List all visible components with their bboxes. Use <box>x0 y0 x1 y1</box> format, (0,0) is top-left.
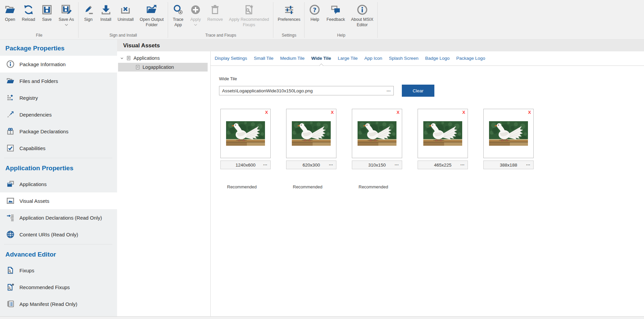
tab-wide-tile[interactable]: Wide Tile <box>308 51 334 65</box>
ribbon-button-save[interactable]: Save <box>38 1 56 22</box>
remove-asset-button[interactable]: X <box>528 110 531 115</box>
ribbon-button-label: Help <box>311 17 319 22</box>
asset-column: X 465x225… <box>418 109 468 189</box>
ribbon-button-uninstall[interactable]: Uninstall <box>115 1 137 22</box>
ribbon-group-sign-and-install: SignInstallUninstallOpen Output FolderSi… <box>78 0 168 39</box>
ribbon-button-save-as[interactable]: Save As <box>56 1 77 26</box>
asset-column: X 1240x600…Recommended <box>220 109 271 189</box>
sidebar-item-dependencies[interactable]: Dependencies <box>0 106 117 123</box>
ribbon-button-sign[interactable]: Sign <box>80 1 97 22</box>
visual-assets-panel: Display SettingsSmall TileMedium TileWid… <box>211 51 644 316</box>
ribbon-button-about-msix-editor[interactable]: About MSIX Editor <box>348 1 376 28</box>
remove-asset-button[interactable]: X <box>265 110 268 115</box>
recommended-label: Recommended <box>220 184 271 189</box>
sidebar-item-registry[interactable]: Registry <box>0 89 117 106</box>
ribbon-button-row: SignInstallUninstallOpen Output Folder <box>80 1 167 33</box>
more-options-icon[interactable]: … <box>263 161 268 166</box>
sidebar-item-fixups[interactable]: Fixups <box>0 262 117 279</box>
more-options-icon[interactable]: … <box>394 161 399 166</box>
ribbon-button-label: Apply <box>190 17 201 22</box>
sidebar-item-package-information[interactable]: Package Information <box>0 56 117 73</box>
tree-node-logapplication[interactable]: Logapplication <box>118 63 208 72</box>
tab-badge-logo[interactable]: Badge Logo <box>422 51 453 65</box>
sidebar-item-label: Package Information <box>19 61 66 67</box>
tab-package-logo[interactable]: Package Logo <box>453 51 488 65</box>
sidebar-item-content-uris-read-only[interactable]: Content URIs (Read Only) <box>0 226 117 243</box>
tab-small-tile[interactable]: Small Tile <box>251 51 277 65</box>
asset-column: X 388x188… <box>483 109 534 189</box>
more-options-icon[interactable]: … <box>329 161 333 166</box>
sidebar-item-recommended-fixups[interactable]: Recommended Fixups <box>0 279 117 295</box>
ribbon-group-label: Help <box>306 33 376 39</box>
tab-display-settings[interactable]: Display Settings <box>211 51 251 65</box>
ribbon-button-install[interactable]: Install <box>97 1 115 22</box>
more-options-icon[interactable]: … <box>460 161 465 166</box>
ribbon-group-settings: PreferencesSettings <box>273 0 305 39</box>
sidebar-item-applications[interactable]: Applications <box>0 176 117 192</box>
ribbon-button-label: Uninstall <box>118 17 134 22</box>
ribbon-button-open-output-folder[interactable]: Open Output Folder <box>137 1 167 28</box>
remove-asset-button[interactable]: X <box>331 110 334 115</box>
globe-icon <box>6 230 15 239</box>
sidebar-item-application-declarations-read-only[interactable]: Application Declarations (Read Only) <box>0 209 117 226</box>
asset-column: X 620x300…Recommended <box>286 109 336 189</box>
registry-icon <box>6 93 15 102</box>
ribbon-button-trace-app[interactable]: Trace App <box>169 1 187 28</box>
window-bottom-edge <box>0 316 644 319</box>
tab-splash-screen[interactable]: Splash Screen <box>386 51 422 65</box>
sidebar-section-header: Package Properties <box>0 40 117 56</box>
tab-medium-tile[interactable]: Medium Tile <box>277 51 308 65</box>
recommended-label: Recommended <box>286 184 336 189</box>
asset-size-input[interactable]: 310x150… <box>352 161 402 169</box>
asset-size-input[interactable]: 620x300… <box>286 161 336 169</box>
tab-app-icon[interactable]: App Icon <box>361 51 385 65</box>
browse-ellipsis-button[interactable]: … <box>386 87 391 92</box>
uninstall-icon <box>120 3 131 16</box>
sidebar-section-divider <box>4 244 112 244</box>
wide-tile-path-input[interactable]: Assets\LogapplicationWide310x150Logo.png… <box>219 86 394 95</box>
ribbon-button-reload[interactable]: Reload <box>19 1 38 22</box>
dependencies-icon <box>6 110 15 119</box>
sidebar-item-app-manifest-read-only[interactable]: App Manifest (Read Only) <box>0 295 117 312</box>
open-folder-icon <box>4 3 16 16</box>
asset-size-input[interactable]: 1240x600… <box>220 161 271 169</box>
tab-large-tile[interactable]: Large Tile <box>334 51 361 65</box>
tree-node-applications[interactable]: Applications <box>117 54 210 62</box>
asset-column: X 310x150…Recommended <box>352 109 402 189</box>
asset-size-input[interactable]: 388x188… <box>483 161 534 169</box>
ribbon-button-row: OpenReloadSaveSave As <box>1 1 77 33</box>
dove-tile-image <box>292 121 331 146</box>
content-body: ApplicationsLogapplication Display Setti… <box>117 51 644 316</box>
sidebar-item-label: Registry <box>19 95 38 101</box>
asset-size-input[interactable]: 465x225… <box>418 161 468 169</box>
sidebar-item-capabilities[interactable]: Capabilities <box>0 140 117 156</box>
ribbon-button-apply: Apply <box>187 1 204 26</box>
path-row: Assets\LogapplicationWide310x150Logo.png… <box>219 86 644 97</box>
ribbon-button-open[interactable]: Open <box>1 1 19 22</box>
remove-asset-button[interactable]: X <box>396 110 399 115</box>
asset-size-value: 310x150 <box>368 163 386 168</box>
open-output-folder-icon <box>146 3 157 16</box>
clear-button[interactable]: Clear <box>402 85 434 97</box>
ribbon-button-label: About MSIX Editor <box>351 17 373 28</box>
remove-asset-button[interactable]: X <box>462 110 465 115</box>
ribbon-group-label: File <box>1 33 77 39</box>
ribbon-button-feedback[interactable]: Feedback <box>323 1 348 22</box>
ribbon-button-preferences[interactable]: Preferences <box>275 1 303 22</box>
chevron-down-icon[interactable] <box>120 56 124 60</box>
ribbon-groups: OpenReloadSaveSave AsFileSignInstallUnin… <box>0 0 644 39</box>
about-icon <box>357 3 368 16</box>
visual-assets-tabs: Display SettingsSmall TileMedium TileWid… <box>211 51 644 66</box>
tree-node-label: Logapplication <box>143 64 174 70</box>
more-options-icon[interactable]: … <box>526 161 531 166</box>
sidebar-item-visual-assets[interactable]: Visual Assets <box>0 192 117 209</box>
sidebar-item-files-and-folders[interactable]: Files and Folders <box>0 73 117 89</box>
applications-tree-panel: ApplicationsLogapplication <box>117 51 211 316</box>
ribbon-button-help[interactable]: ?Help <box>306 1 323 22</box>
apply-icon <box>190 3 201 16</box>
recommended-label: Recommended <box>352 184 402 189</box>
dove-tile-image <box>358 121 396 146</box>
dove-tile-image <box>226 121 265 146</box>
sidebar-item-package-declarations[interactable]: Package Declarations <box>0 123 117 140</box>
path-value: Assets\LogapplicationWide310x150Logo.png <box>222 88 313 93</box>
